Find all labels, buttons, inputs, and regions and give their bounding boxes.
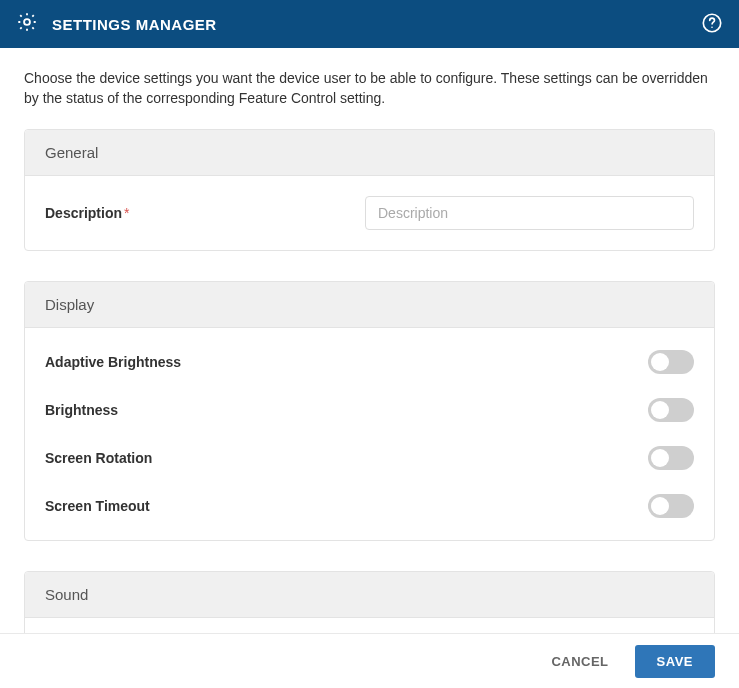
gear-icon bbox=[16, 11, 38, 37]
svg-point-0 bbox=[24, 19, 30, 25]
svg-point-2 bbox=[711, 26, 713, 28]
save-button[interactable]: SAVE bbox=[635, 645, 715, 678]
dialog-body: Choose the device settings you want the … bbox=[0, 48, 739, 633]
description-row: Description* bbox=[45, 186, 694, 240]
section-general: General Description* bbox=[24, 129, 715, 251]
section-header: Sound bbox=[25, 572, 714, 618]
description-label: Description* bbox=[45, 205, 365, 221]
toggle-screen-timeout[interactable] bbox=[648, 494, 694, 518]
toggle-row-brightness: Brightness bbox=[45, 386, 694, 434]
toggle-row-adaptive-brightness: Adaptive Brightness bbox=[45, 338, 694, 386]
toggle-adaptive-brightness[interactable] bbox=[648, 350, 694, 374]
toggle-screen-rotation[interactable] bbox=[648, 446, 694, 470]
toggle-brightness[interactable] bbox=[648, 398, 694, 422]
dialog-footer: CANCEL SAVE bbox=[0, 633, 739, 688]
toggle-label: Screen Timeout bbox=[45, 498, 150, 514]
dialog-title: SETTINGS MANAGER bbox=[52, 16, 217, 33]
toggle-label: Adaptive Brightness bbox=[45, 354, 181, 370]
cancel-button[interactable]: CANCEL bbox=[543, 646, 616, 677]
section-sound: Sound Ringtone Volume bbox=[24, 571, 715, 633]
toggle-label: Brightness bbox=[45, 402, 118, 418]
section-header: Display bbox=[25, 282, 714, 328]
toggle-row-screen-timeout: Screen Timeout bbox=[45, 482, 694, 530]
section-display: Display Adaptive Brightness Brightness S… bbox=[24, 281, 715, 541]
section-header: General bbox=[25, 130, 714, 176]
toggle-label: Screen Rotation bbox=[45, 450, 152, 466]
intro-text: Choose the device settings you want the … bbox=[0, 48, 739, 129]
description-input[interactable] bbox=[365, 196, 694, 230]
dialog-header: SETTINGS MANAGER bbox=[0, 0, 739, 48]
description-label-text: Description bbox=[45, 205, 122, 221]
required-asterisk: * bbox=[124, 205, 129, 221]
help-icon[interactable] bbox=[701, 12, 723, 38]
toggle-row-screen-rotation: Screen Rotation bbox=[45, 434, 694, 482]
